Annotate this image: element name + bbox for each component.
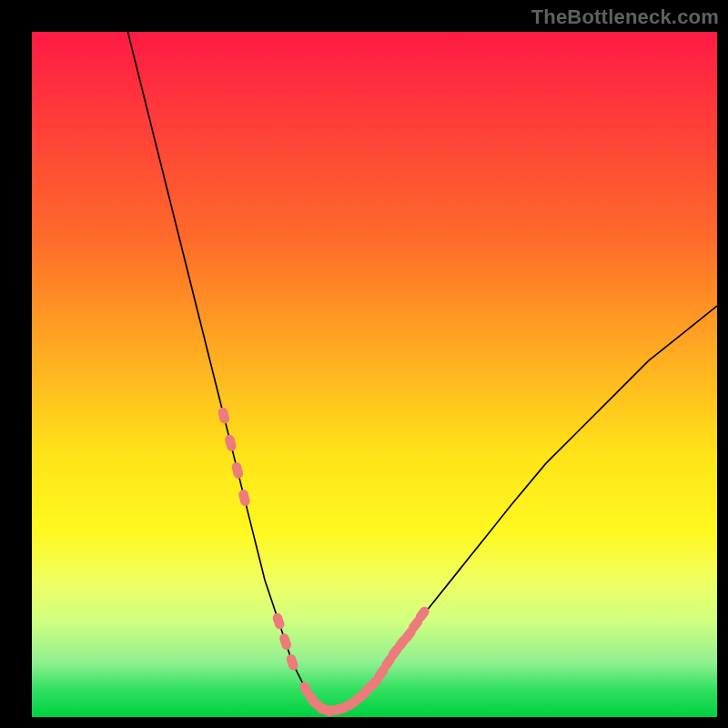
watermark-text: TheBottleneck.com [531,5,719,29]
data-marker [217,407,231,425]
marker-group [217,407,431,719]
data-marker [278,632,293,651]
data-marker [231,461,245,480]
bottleneck-plot [32,32,717,717]
data-marker [224,434,238,452]
data-marker [285,653,299,672]
data-marker [238,489,251,507]
data-marker [271,612,286,630]
